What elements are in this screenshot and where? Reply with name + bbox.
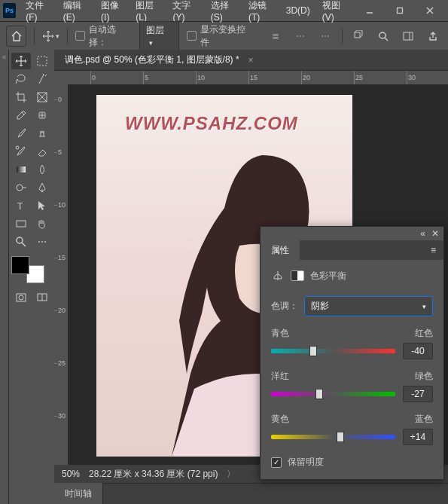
3d-mode-icon[interactable] bbox=[350, 27, 367, 45]
color-balance-icon bbox=[271, 269, 285, 283]
document-title: 调色.psd @ 50% (色彩平衡 1, 图层蒙版/8) * bbox=[65, 53, 239, 66]
quickmask-tool[interactable] bbox=[11, 289, 31, 306]
dodge-tool[interactable] bbox=[11, 179, 31, 196]
status-arrow-icon[interactable]: 〉 bbox=[227, 468, 236, 481]
panel-collapse-icon[interactable]: « bbox=[420, 228, 425, 239]
menu-select[interactable]: 选择(S) bbox=[206, 0, 242, 26]
brush-tool[interactable] bbox=[11, 125, 31, 142]
color-balance-slider-1: 洋红绿色 -27 bbox=[271, 370, 433, 402]
ruler-vertical: 051015202530 bbox=[54, 84, 68, 465]
clone-stamp-tool[interactable] bbox=[32, 125, 52, 142]
move-tool[interactable] bbox=[11, 53, 31, 69]
pen-tool[interactable] bbox=[32, 179, 52, 196]
lasso-tool[interactable] bbox=[11, 71, 31, 87]
color-balance-slider-2: 黄色蓝色 +14 bbox=[271, 413, 433, 445]
healing-tool[interactable] bbox=[32, 107, 52, 124]
svg-point-5 bbox=[379, 32, 386, 38]
svg-rect-7 bbox=[404, 32, 413, 40]
adjustment-name: 色彩平衡 bbox=[310, 270, 346, 283]
marquee-tool[interactable] bbox=[32, 53, 52, 69]
svg-rect-21 bbox=[17, 221, 26, 227]
slider-track[interactable] bbox=[271, 435, 395, 439]
menu-edit[interactable]: 编辑(E) bbox=[58, 0, 94, 26]
color-swatches[interactable] bbox=[11, 256, 44, 283]
show-transform-label: 显示变换控件 bbox=[200, 23, 252, 49]
home-button[interactable] bbox=[6, 26, 26, 47]
menu-view[interactable]: 视图(V) bbox=[317, 0, 353, 26]
frame-tool[interactable] bbox=[32, 89, 52, 105]
ruler-horizontal: 051015202530 bbox=[54, 71, 448, 84]
rectangle-tool[interactable] bbox=[11, 215, 31, 232]
edit-toolbar[interactable]: ⋯ bbox=[32, 234, 52, 250]
menu-filter[interactable]: 滤镜(T) bbox=[243, 0, 279, 26]
crop-tool[interactable] bbox=[11, 89, 31, 105]
foreground-color[interactable] bbox=[11, 256, 29, 274]
zoom-level[interactable]: 50% bbox=[62, 469, 80, 479]
svg-rect-17 bbox=[17, 166, 26, 173]
svg-line-23 bbox=[22, 243, 26, 246]
slider-thumb[interactable] bbox=[337, 432, 344, 442]
zoom-tool[interactable] bbox=[11, 234, 31, 250]
screenmode-tool[interactable] bbox=[32, 289, 52, 306]
menu-file[interactable]: 文件(F) bbox=[20, 0, 56, 26]
svg-rect-4 bbox=[355, 32, 360, 38]
eyedropper-tool[interactable] bbox=[11, 107, 31, 124]
panel-menu-icon[interactable]: ≡ bbox=[423, 245, 443, 255]
distribute-icon[interactable]: ⋯ bbox=[292, 27, 309, 45]
slider-value[interactable]: -40 bbox=[403, 343, 433, 359]
preserve-luminosity-checkbox[interactable]: ✓ 保留明度 bbox=[271, 456, 433, 469]
panel-close-icon[interactable]: ✕ bbox=[431, 228, 439, 239]
gradient-tool[interactable] bbox=[11, 161, 31, 178]
slider-value[interactable]: -27 bbox=[403, 386, 433, 402]
properties-panel: « ✕ 属性 ≡ 色彩平衡 色调： 阴影 ▾ 青色红色 -40 洋红绿色 -27… bbox=[260, 226, 444, 480]
tone-select[interactable]: 阴影 ▾ bbox=[304, 296, 433, 316]
panel-collapse[interactable]: « bbox=[0, 50, 9, 504]
app-logo: Ps bbox=[3, 3, 16, 18]
history-brush-tool[interactable] bbox=[11, 143, 31, 160]
more-icon[interactable]: ⋯ bbox=[317, 27, 334, 45]
slider-thumb[interactable] bbox=[309, 346, 317, 356]
slider-track[interactable] bbox=[271, 349, 395, 353]
auto-select-target[interactable]: 图层 ▾ bbox=[139, 21, 179, 50]
auto-select-checkbox[interactable]: 自动选择： bbox=[75, 23, 132, 49]
move-icon[interactable]: ▾ bbox=[42, 27, 59, 45]
tab-close-icon[interactable]: × bbox=[248, 55, 254, 66]
menu-3d[interactable]: 3D(D) bbox=[281, 2, 315, 19]
slider-thumb[interactable] bbox=[315, 389, 323, 399]
share-icon[interactable] bbox=[425, 27, 442, 45]
path-select-tool[interactable] bbox=[32, 197, 52, 214]
timeline-tab[interactable]: 时间轴 bbox=[54, 483, 103, 504]
chevron-down-icon: ▾ bbox=[422, 303, 426, 310]
document-tab[interactable]: 调色.psd @ 50% (色彩平衡 1, 图层蒙版/8) * × bbox=[54, 50, 448, 71]
svg-point-16 bbox=[16, 146, 19, 149]
window-minimize[interactable] bbox=[355, 0, 385, 21]
show-transform-checkbox[interactable]: 显示变换控件 bbox=[187, 23, 252, 49]
svg-point-22 bbox=[17, 237, 23, 243]
slider-track[interactable] bbox=[271, 392, 395, 396]
blur-tool[interactable] bbox=[32, 161, 52, 178]
watermark-text: WWW.PSAHZ.COM bbox=[125, 113, 298, 134]
window-maximize[interactable] bbox=[385, 0, 415, 21]
svg-line-6 bbox=[385, 38, 388, 41]
document-dimensions: 28.22 厘米 x 34.36 厘米 (72 ppi) bbox=[89, 468, 218, 481]
window-close[interactable] bbox=[415, 0, 445, 21]
color-balance-slider-0: 青色红色 -40 bbox=[271, 327, 433, 359]
workspace-icon[interactable] bbox=[400, 27, 417, 45]
timeline-panel: 时间轴 bbox=[54, 483, 448, 504]
slider-value[interactable]: +14 bbox=[403, 429, 433, 445]
align-icon[interactable]: ≣ bbox=[267, 27, 285, 45]
svg-rect-1 bbox=[398, 8, 403, 14]
eraser-tool[interactable] bbox=[32, 143, 52, 160]
layer-mask-icon[interactable] bbox=[291, 270, 304, 281]
properties-tab[interactable]: 属性 bbox=[261, 240, 300, 261]
preserve-luminosity-label: 保留明度 bbox=[288, 456, 324, 469]
hand-tool[interactable] bbox=[32, 215, 52, 232]
tone-label: 色调： bbox=[271, 300, 298, 313]
search-icon[interactable] bbox=[375, 27, 392, 45]
menu-bar: Ps 文件(F) 编辑(E) 图像(I) 图层(L) 文字(Y) 选择(S) 滤… bbox=[0, 0, 448, 21]
menu-image[interactable]: 图像(I) bbox=[96, 0, 129, 26]
type-tool[interactable]: T bbox=[11, 197, 31, 214]
magic-wand-tool[interactable] bbox=[32, 71, 52, 87]
svg-text:T: T bbox=[17, 201, 23, 212]
svg-point-25 bbox=[19, 295, 23, 300]
